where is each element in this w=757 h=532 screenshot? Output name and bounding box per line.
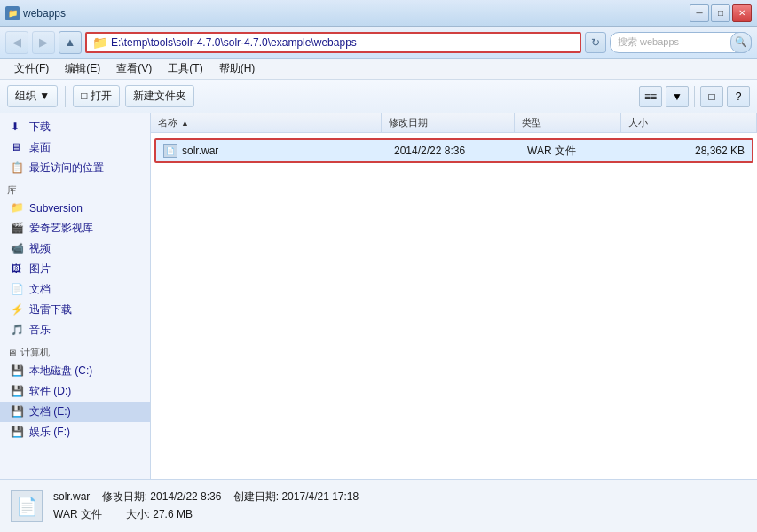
col-header-date[interactable]: 修改日期 (382, 113, 515, 132)
file-area: 名称 ▲ 修改日期 类型 大小 📄 solr.war 2014/2/22 8 (151, 113, 757, 479)
thunder-icon: ⚡ (11, 303, 25, 317)
status-date: 修改日期: 2014/2/22 8:36 (102, 490, 222, 503)
sidebar-item-drive-e[interactable]: 💾 文档 (E:) (0, 402, 150, 422)
computer-section-label: 计算机 (20, 346, 50, 359)
status-size: 大小: 27.6 MB (126, 508, 193, 520)
address-bar[interactable]: 📁 E:\temp\tools\solr-4.7.0\solr-4.7.0\ex… (85, 32, 581, 53)
drive-e-icon: 💾 (11, 405, 25, 419)
col-size-label: 大小 (628, 116, 648, 129)
computer-section-icon: 🖥 (7, 348, 17, 358)
sidebar-label-subversion: Subversion (29, 202, 83, 215)
sidebar-item-docs[interactable]: 📄 文档 (0, 279, 150, 300)
col-header-size[interactable]: 大小 (621, 113, 757, 132)
sidebar-label-music: 音乐 (29, 323, 51, 338)
menu-view[interactable]: 查看(V) (109, 59, 159, 78)
sidebar-label-docs: 文档 (29, 282, 51, 297)
toolbar-separator-2 (694, 86, 695, 107)
menu-edit[interactable]: 编辑(E) (58, 59, 107, 78)
organize-button[interactable]: 组织 ▼ (7, 85, 58, 107)
sidebar-label-iqiyi: 爱奇艺影视库 (29, 221, 93, 236)
nav-bar: ◀ ▶ ▲ 📁 E:\temp\tools\solr-4.7.0\solr-4.… (0, 27, 757, 59)
sidebar-item-subversion[interactable]: 📁 Subversion (0, 199, 150, 218)
sidebar-item-music[interactable]: 🎵 音乐 (0, 320, 150, 340)
recent-icon: 📋 (11, 161, 25, 176)
menu-bar: 文件(F) 编辑(E) 查看(V) 工具(T) 帮助(H) (0, 59, 757, 80)
sidebar-item-video[interactable]: 📹 视频 (0, 239, 150, 259)
sidebar-item-drive-d[interactable]: 💾 软件 (D:) (0, 381, 150, 402)
col-name-label: 名称 (158, 116, 177, 129)
file-date: 2014/2/22 8:36 (394, 145, 465, 157)
sidebar-item-iqiyi[interactable]: 🎬 爱奇艺影视库 (0, 218, 150, 239)
toolbar-right: ≡≡ ▼ □ ? (639, 86, 750, 107)
status-info: solr.war 修改日期: 2014/2/22 8:36 创建日期: 2017… (53, 489, 359, 522)
sidebar-item-desktop[interactable]: 🖥 桌面 (0, 137, 150, 158)
new-folder-button[interactable]: 新建文件夹 (125, 85, 194, 107)
file-type-cell: WAR 文件 (520, 144, 627, 159)
search-button[interactable]: 🔍 (730, 32, 752, 53)
menu-tools[interactable]: 工具(T) (161, 59, 209, 78)
drive-f-icon: 💾 (11, 426, 25, 440)
file-size: 28,362 KB (695, 145, 745, 157)
title-bar: 📁 webapps ─ □ ✕ (0, 0, 757, 27)
col-header-name[interactable]: 名称 ▲ (151, 113, 382, 132)
drive-c-icon: 💾 (11, 364, 25, 379)
back-button[interactable]: ◀ (5, 31, 28, 54)
status-filename: solr.war 修改日期: 2014/2/22 8:36 创建日期: 2017… (53, 489, 359, 505)
forward-button[interactable]: ▶ (32, 31, 55, 54)
sidebar-item-pictures[interactable]: 🖼 图片 (0, 259, 150, 279)
pictures-icon: 🖼 (11, 262, 25, 277)
sidebar-label-pictures: 图片 (29, 262, 51, 277)
path-text: E:\temp\tools\solr-4.7.0\solr-4.7.0\exam… (111, 36, 357, 49)
menu-file[interactable]: 文件(F) (7, 59, 56, 78)
help-button[interactable]: ? (727, 86, 750, 107)
main-area: ⬇ 下载 🖥 桌面 📋 最近访问的位置 库 📁 Subversion 🎬 爱奇艺… (0, 113, 757, 479)
drive-d-icon: 💾 (11, 385, 25, 399)
desktop-icon: 🖥 (11, 141, 25, 155)
sidebar: ⬇ 下载 🖥 桌面 📋 最近访问的位置 库 📁 Subversion 🎬 爱奇艺… (0, 113, 151, 479)
downloads-icon: ⬇ (11, 121, 25, 135)
path-folder-icon: 📁 (92, 35, 107, 50)
file-name-cell: 📄 solr.war (156, 144, 387, 158)
view-arrow-button[interactable]: ▼ (666, 86, 689, 107)
file-type: WAR 文件 (527, 145, 576, 157)
window-title: webapps (23, 7, 66, 20)
file-type-icon: 📄 (163, 144, 177, 158)
sidebar-label-drive-f: 娱乐 (F:) (29, 425, 70, 440)
status-file-icon: 📄 (11, 490, 43, 522)
close-button[interactable]: ✕ (732, 4, 752, 22)
status-type: WAR 文件 (53, 508, 102, 520)
toolbar-separator-1 (65, 86, 66, 107)
sidebar-item-thunder[interactable]: ⚡ 迅雷下载 (0, 300, 150, 320)
iqiyi-icon: 🎬 (11, 222, 25, 236)
sidebar-label-thunder: 迅雷下载 (29, 302, 72, 317)
view-mode-button[interactable]: ≡≡ (639, 86, 662, 107)
sidebar-label-desktop: 桌面 (29, 140, 51, 155)
sidebar-label-drive-e: 文档 (E:) (29, 404, 71, 419)
sidebar-item-recent[interactable]: 📋 最近访问的位置 (0, 158, 150, 178)
sort-arrow: ▲ (181, 119, 189, 128)
sidebar-item-drive-f[interactable]: 💾 娱乐 (F:) (0, 422, 150, 442)
status-name: solr.war (53, 490, 90, 503)
menu-help[interactable]: 帮助(H) (212, 59, 263, 78)
up-button[interactable]: ▲ (59, 31, 82, 54)
minimize-button[interactable]: ─ (690, 4, 709, 22)
refresh-button[interactable]: ↻ (585, 32, 606, 53)
sidebar-label-downloads: 下载 (29, 120, 51, 135)
status-type-size: WAR 文件 大小: 27.6 MB (53, 507, 359, 522)
sidebar-label-drive-d: 软件 (D:) (29, 384, 71, 399)
file-list: 📄 solr.war 2014/2/22 8:36 WAR 文件 28,362 … (151, 133, 757, 479)
window-icon: 📁 (5, 6, 20, 20)
sidebar-section-computer: 🖥 计算机 (0, 340, 150, 361)
col-type-label: 类型 (522, 116, 541, 129)
file-row-solr-war[interactable]: 📄 solr.war 2014/2/22 8:36 WAR 文件 28,362 … (154, 138, 753, 163)
maximize-button[interactable]: □ (711, 4, 730, 22)
col-header-type[interactable]: 类型 (515, 113, 621, 132)
sidebar-section-library: 库 (0, 178, 150, 199)
show-hide-button[interactable]: □ (700, 86, 723, 107)
sidebar-item-downloads[interactable]: ⬇ 下载 (0, 117, 150, 137)
title-bar-controls: ─ □ ✕ (690, 4, 752, 22)
sidebar-label-video: 视频 (29, 241, 51, 256)
open-button[interactable]: □ 打开 (73, 85, 120, 107)
sidebar-item-drive-c[interactable]: 💾 本地磁盘 (C:) (0, 361, 150, 381)
file-size-cell: 28,362 KB (627, 145, 752, 157)
